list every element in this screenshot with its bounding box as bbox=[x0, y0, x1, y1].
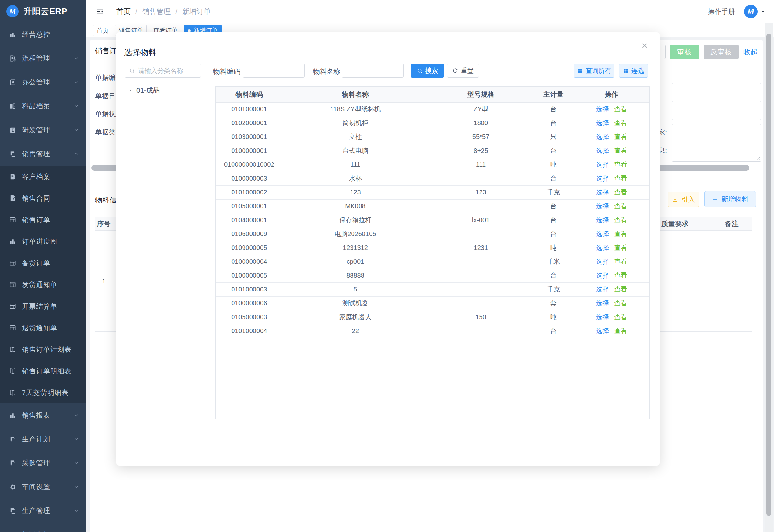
view-link[interactable]: 查看 bbox=[614, 105, 627, 113]
sidebar-item-发货通知单[interactable]: 发货通知单 bbox=[0, 274, 86, 295]
sidebar-item-备货订单[interactable]: 备货订单 bbox=[0, 252, 86, 274]
sidebar-item-销售订单明细表[interactable]: 销售订单明细表 bbox=[0, 360, 86, 382]
audit-button[interactable]: 审核 bbox=[670, 45, 699, 59]
select-link[interactable]: 选择 bbox=[596, 244, 609, 251]
order-field-input-3[interactable] bbox=[672, 106, 761, 120]
sidebar-item-生产计划[interactable]: 生产计划 bbox=[0, 427, 86, 451]
view-link[interactable]: 查看 bbox=[614, 300, 627, 307]
view-link[interactable]: 查看 bbox=[614, 147, 627, 154]
select-link[interactable]: 选择 bbox=[596, 272, 609, 279]
tree-node-finished-goods[interactable]: 01-成品 bbox=[128, 86, 160, 95]
sidebar-item-办公管理[interactable]: 办公管理 bbox=[0, 70, 86, 94]
view-link[interactable]: 查看 bbox=[614, 189, 627, 196]
app-logo: M 升阳云ERP bbox=[0, 0, 86, 23]
sidebar-item-车间设置[interactable]: 车间设置 bbox=[0, 475, 86, 499]
breadcrumb-sales[interactable]: 销售管理 bbox=[142, 7, 171, 16]
sidebar-item-销售合同[interactable]: 销售合同 bbox=[0, 187, 86, 209]
select-link[interactable]: 选择 bbox=[596, 147, 609, 154]
view-link[interactable]: 查看 bbox=[614, 230, 627, 237]
material-unit-cell: 台 bbox=[534, 213, 573, 227]
order-field-input-1[interactable] bbox=[672, 70, 761, 84]
sidebar-item-销售管理[interactable]: 销售管理 bbox=[0, 142, 86, 166]
tab-首页[interactable]: 首页 bbox=[93, 25, 112, 36]
view-link[interactable]: 查看 bbox=[614, 272, 627, 279]
select-link[interactable]: 选择 bbox=[596, 119, 609, 126]
material-code-cell: 0104000001 bbox=[216, 213, 283, 227]
view-link[interactable]: 查看 bbox=[614, 258, 627, 265]
view-link[interactable]: 查看 bbox=[614, 313, 627, 320]
category-search-input[interactable] bbox=[138, 67, 196, 74]
active-tab-dot-icon bbox=[188, 29, 191, 32]
menu-fold-icon[interactable] bbox=[95, 7, 104, 16]
view-link[interactable]: 查看 bbox=[614, 161, 627, 168]
sidebar-item-经营总控[interactable]: 经营总控 bbox=[0, 23, 86, 46]
import-button[interactable]: 引入 bbox=[668, 192, 699, 207]
select-link[interactable]: 选择 bbox=[596, 313, 609, 320]
multi-select-button[interactable]: 连选 bbox=[619, 64, 648, 78]
caret-down-icon[interactable] bbox=[760, 9, 766, 14]
view-link[interactable]: 查看 bbox=[614, 119, 627, 126]
sidebar-item-料品档案[interactable]: 料品档案 bbox=[0, 94, 86, 118]
material-code-cell: 0109000005 bbox=[216, 241, 283, 255]
order-field-input-2[interactable] bbox=[672, 88, 761, 102]
sidebar-item-研发管理[interactable]: 研发管理 bbox=[0, 118, 86, 142]
add-material-button[interactable]: 新增物料 bbox=[704, 191, 756, 207]
view-link[interactable]: 查看 bbox=[614, 216, 627, 223]
sidebar-item-采购管理[interactable]: 采购管理 bbox=[0, 451, 86, 475]
sidebar-item-销售订单计划表[interactable]: 销售订单计划表 bbox=[0, 339, 86, 360]
select-link[interactable]: 选择 bbox=[596, 286, 609, 293]
select-link[interactable]: 选择 bbox=[596, 189, 609, 196]
material-row: 0101000001118S ZY型纸杯机ZY型台选择查看 bbox=[216, 102, 650, 116]
select-link[interactable]: 选择 bbox=[596, 161, 609, 168]
view-link[interactable]: 查看 bbox=[614, 244, 627, 251]
vertical-scrollbar-thumb[interactable] bbox=[766, 34, 771, 516]
select-link[interactable]: 选择 bbox=[596, 300, 609, 307]
resize-grip-icon[interactable] bbox=[756, 156, 760, 160]
select-link[interactable]: 选择 bbox=[596, 230, 609, 237]
sidebar-item-生产管理[interactable]: 生产管理 bbox=[0, 499, 86, 523]
sidebar-item-销售订单[interactable]: 销售订单 bbox=[0, 209, 86, 231]
close-icon[interactable] bbox=[640, 41, 649, 50]
view-link[interactable]: 查看 bbox=[614, 286, 627, 293]
sidebar-item-销售报表[interactable]: 销售报表 bbox=[0, 403, 86, 427]
sidebar-item-加工车间[interactable]: 加工车间 bbox=[0, 523, 86, 532]
select-link[interactable]: 选择 bbox=[596, 327, 609, 334]
hidden-action-button[interactable] bbox=[659, 45, 666, 59]
manual-link[interactable]: 操作手册 bbox=[708, 7, 735, 16]
view-link[interactable]: 查看 bbox=[614, 133, 627, 140]
select-link[interactable]: 选择 bbox=[596, 133, 609, 140]
sidebar-item-退货通知单[interactable]: 退货通知单 bbox=[0, 317, 86, 339]
avatar[interactable]: M bbox=[744, 5, 758, 18]
filter-code-input[interactable] bbox=[243, 64, 305, 78]
view-link[interactable]: 查看 bbox=[614, 202, 627, 210]
select-link[interactable]: 选择 bbox=[596, 105, 609, 113]
material-unit-cell: 台 bbox=[534, 324, 573, 338]
order-field-input-4[interactable] bbox=[672, 124, 761, 138]
order-remark-textarea[interactable] bbox=[672, 143, 761, 162]
sidebar-item-订单进度图[interactable]: 订单进度图 bbox=[0, 231, 86, 252]
select-link[interactable]: 选择 bbox=[596, 175, 609, 182]
select-link[interactable]: 选择 bbox=[596, 258, 609, 265]
sidebar-item-开票结算单[interactable]: 开票结算单 bbox=[0, 295, 86, 317]
breadcrumb-home[interactable]: 首页 bbox=[116, 7, 131, 16]
material-row: 0100000006测试机器套选择查看 bbox=[216, 296, 650, 310]
sidebar-item-客户档案[interactable]: 客户档案 bbox=[0, 166, 86, 187]
unaudit-button[interactable]: 反审核 bbox=[704, 45, 739, 59]
material-actions-cell: 选择查看 bbox=[573, 296, 650, 310]
query-all-button[interactable]: 查询所有 bbox=[574, 64, 614, 78]
view-link[interactable]: 查看 bbox=[614, 175, 627, 182]
material-unit-cell: 吨 bbox=[534, 310, 573, 324]
material-unit-cell: 台 bbox=[534, 172, 573, 185]
sidebar-item-7天交货明细表[interactable]: 7天交货明细表 bbox=[0, 382, 86, 403]
plus-icon bbox=[712, 196, 718, 202]
sidebar-item-流程管理[interactable]: 流程管理 bbox=[0, 46, 86, 70]
select-link[interactable]: 选择 bbox=[596, 202, 609, 210]
app-logo-icon: M bbox=[6, 5, 19, 17]
view-link[interactable]: 查看 bbox=[614, 327, 627, 334]
collapse-link[interactable]: 收起 bbox=[743, 47, 758, 57]
select-link[interactable]: 选择 bbox=[596, 216, 609, 223]
search-button[interactable]: 搜索 bbox=[411, 64, 444, 78]
material-unit-cell: 台 bbox=[534, 102, 573, 116]
reset-button[interactable]: 重置 bbox=[447, 64, 479, 78]
filter-name-input[interactable] bbox=[342, 64, 404, 78]
